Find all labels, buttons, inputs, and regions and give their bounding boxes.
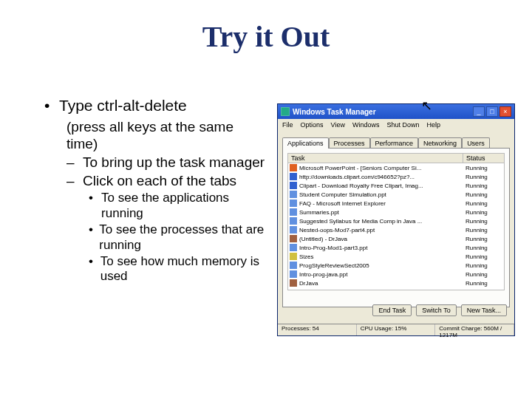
task-icon [290, 182, 297, 189]
tab-processes[interactable]: Processes [329, 137, 370, 149]
task-icon [290, 191, 297, 198]
sub-1: To see the applications running [101, 191, 266, 221]
task-name: Suggested Syllabus for Media Comp in Jav… [299, 218, 466, 225]
bullet-dot: • [89, 222, 99, 253]
task-row[interactable]: (Untitled) - DrJavaRunning [288, 234, 504, 243]
list-header: Task Status [287, 153, 505, 163]
task-name: http://downloads.clipart.com/c946652?pz?… [299, 174, 466, 180]
tab-users[interactable]: Users [462, 137, 490, 149]
tab-applications[interactable]: Applications [282, 137, 329, 149]
task-status: Running [466, 200, 502, 207]
slide-body: • Type ctrl-alt-delete (press all keys a… [44, 96, 266, 286]
window-titlebar[interactable]: Windows Task Manager _ □ × [278, 104, 514, 119]
task-icon [290, 217, 297, 225]
task-row[interactable]: Suggested Syllabus for Media Comp in Jav… [288, 216, 504, 225]
task-icon [290, 208, 297, 216]
sub-3: To see how much memory is used [100, 254, 266, 284]
app-icon [281, 107, 290, 116]
task-row[interactable]: ProgStyleReviewSect2005Running [288, 261, 504, 270]
menu-file[interactable]: File [282, 121, 293, 129]
task-status: Running [466, 262, 502, 269]
status-commit: Commit Charge: 560M / 1217M [435, 324, 514, 335]
maximize-button[interactable]: □ [486, 106, 498, 117]
bullet-dot: • [44, 96, 59, 115]
mouse-cursor-icon: ↖ [421, 98, 432, 114]
task-icon [290, 270, 297, 278]
task-status: Running [466, 236, 502, 242]
dash-2: Click on each of the tabs [83, 173, 236, 190]
col-task[interactable]: Task [288, 154, 463, 163]
task-status: Running [466, 209, 502, 216]
task-name: ProgStyleReviewSect2005 [299, 262, 466, 269]
menu-view[interactable]: View [331, 121, 345, 129]
task-list[interactable]: Microsoft PowerPoint - [Seniors Computer… [287, 163, 505, 290]
dash: – [66, 154, 83, 171]
task-icon [290, 226, 297, 233]
menu-options[interactable]: Options [301, 121, 324, 129]
task-status: Running [466, 280, 502, 287]
task-icon [290, 279, 297, 287]
task-icon [290, 164, 297, 171]
status-bar: Processes: 54 CPU Usage: 15% Commit Char… [278, 324, 514, 335]
task-status: Running [466, 227, 502, 233]
task-row[interactable]: http://downloads.clipart.com/c946652?pz?… [288, 172, 504, 181]
bullet-dot: • [89, 191, 101, 221]
task-row[interactable]: SizesRunning [288, 252, 504, 261]
task-icon [290, 253, 297, 260]
task-row[interactable]: DrJavaRunning [288, 279, 504, 287]
switch-to-button[interactable]: Switch To [416, 304, 456, 316]
status-cpu: CPU Usage: 15% [357, 324, 436, 335]
task-status: Running [466, 271, 502, 278]
task-icon [290, 262, 297, 269]
task-name: FAQ - Microsoft Internet Explorer [299, 200, 466, 207]
tab-row: Applications Processes Performance Netwo… [278, 134, 514, 148]
task-icon [290, 173, 297, 180]
bullet-dot: • [89, 254, 100, 284]
tab-performance[interactable]: Performance [370, 137, 419, 149]
task-name: DrJava [299, 280, 466, 287]
menu-shutdown[interactable]: Shut Down [386, 121, 419, 129]
status-processes: Processes: 54 [278, 324, 357, 335]
new-task-button[interactable]: New Task... [461, 304, 507, 316]
task-status: Running [466, 253, 502, 260]
window-title: Windows Task Manager [293, 108, 473, 116]
task-icon [290, 200, 297, 207]
task-status: Running [466, 174, 502, 180]
end-task-button[interactable]: End Task [372, 304, 412, 316]
task-status: Running [466, 183, 502, 189]
task-name: Microsoft PowerPoint - [Seniors Computer… [299, 165, 466, 171]
task-icon [290, 244, 297, 251]
dash-1: To bring up the task manager [83, 154, 265, 171]
task-row[interactable]: Intro-prog-java.pptRunning [288, 270, 504, 279]
task-row[interactable]: FAQ - Microsoft Internet ExplorerRunning [288, 199, 504, 208]
close-button[interactable]: × [499, 106, 511, 117]
task-name: (Untitled) - DrJava [299, 236, 466, 242]
tab-networking[interactable]: Networking [418, 137, 462, 149]
col-status[interactable]: Status [463, 154, 504, 163]
task-row[interactable]: Student Computer Simulation.pptRunning [288, 190, 504, 199]
sub-2: To see the processes that are running [99, 222, 266, 253]
menu-windows[interactable]: Windows [352, 121, 380, 129]
task-status: Running [466, 245, 502, 251]
task-name: Intro-Prog-Mod1-part3.ppt [299, 245, 466, 251]
task-status: Running [466, 165, 502, 171]
task-name: Clipart - Download Royalty Free Clipart,… [299, 183, 466, 189]
task-status: Running [466, 218, 502, 225]
slide-title: Try it Out [0, 0, 532, 54]
task-row[interactable]: Clipart - Download Royalty Free Clipart,… [288, 181, 504, 190]
task-name: Intro-prog-java.ppt [299, 271, 466, 278]
task-name: Sizes [299, 253, 466, 260]
task-row[interactable]: Intro-Prog-Mod1-part3.pptRunning [288, 243, 504, 252]
task-status: Running [466, 191, 502, 198]
task-row[interactable]: Summaries.pptRunning [288, 208, 504, 216]
minimize-button[interactable]: _ [473, 106, 485, 117]
task-row[interactable]: Nested-oops-Mod7-part4.pptRunning [288, 225, 504, 234]
task-row[interactable]: Microsoft PowerPoint - [Seniors Computer… [288, 163, 504, 172]
task-name: Summaries.ppt [299, 209, 466, 216]
dash: – [66, 173, 83, 190]
tab-panel: Task Status Microsoft PowerPoint - [Seni… [282, 148, 510, 307]
menu-help[interactable]: Help [426, 121, 440, 129]
task-manager-window: Windows Task Manager _ □ × File Options … [277, 103, 515, 336]
bullet-1: Type ctrl-alt-delete [59, 96, 187, 115]
task-name: Nested-oops-Mod7-part4.ppt [299, 227, 466, 233]
